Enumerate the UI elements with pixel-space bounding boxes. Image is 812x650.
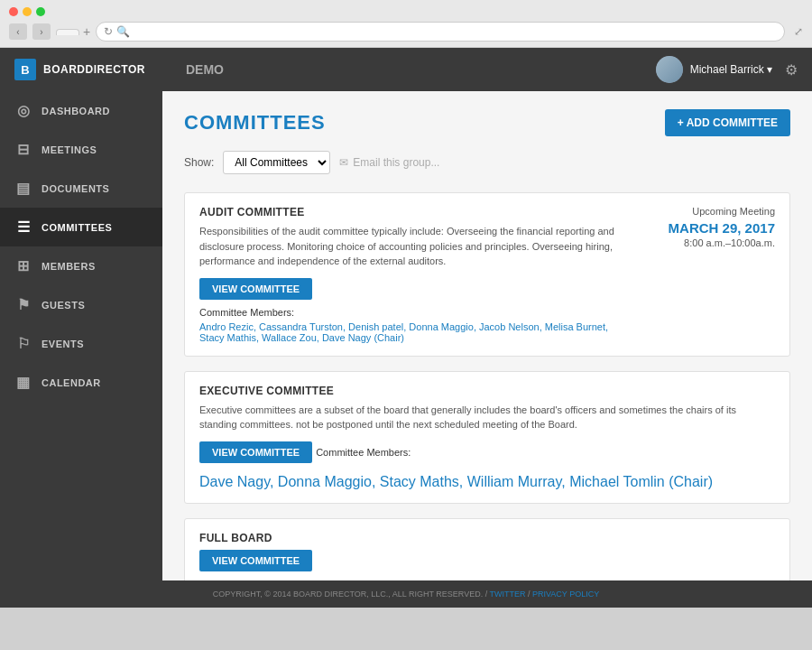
fullboard-name: FULL BOARD <box>199 532 775 544</box>
upcoming-date: MARCH 29, 2017 <box>640 220 775 236</box>
main-area: ◎ DASHBOARD ⊟ MEETINGS ▤ DOCUMENTS ☰ COM… <box>0 91 812 580</box>
meetings-icon: ⊟ <box>14 141 32 158</box>
expand-icon[interactable]: ⤢ <box>794 25 803 38</box>
footer-text: COPYRIGHT, © 2014 BOARD DIRECTOR, LLC., … <box>213 590 487 599</box>
user-name[interactable]: Michael Barrick ▾ <box>690 63 772 76</box>
calendar-icon: ▦ <box>14 374 32 391</box>
committee-fullboard: FULL BOARD VIEW COMMITTEE Committee Memb… <box>184 518 790 581</box>
members-icon: ⊞ <box>14 257 32 274</box>
sidebar-label-guests: GUESTS <box>42 300 85 311</box>
sidebar-label-members: MEMBERS <box>42 261 96 272</box>
sidebar-label-events: EVENTS <box>42 339 84 349</box>
twitter-link[interactable]: TWITTER <box>490 590 526 599</box>
audit-members: Andro Rezic, Cassandra Turston, Denish p… <box>199 321 622 343</box>
sidebar-label-documents: DOCUMENTS <box>42 183 109 194</box>
browser-tab[interactable] <box>56 29 79 35</box>
sidebar-item-documents[interactable]: ▤ DOCUMENTS <box>0 169 162 208</box>
minimize-dot[interactable] <box>23 7 32 16</box>
audit-desc: Responsibilities of the audit committee … <box>199 224 622 269</box>
footer: COPYRIGHT, © 2014 BOARD DIRECTOR, LLC., … <box>0 580 812 608</box>
add-tab-button[interactable]: + <box>83 24 90 39</box>
content-area: COMMITTEES + ADD COMMITTEE Show: All Com… <box>162 91 812 580</box>
brand-name: BOARDDIRECTOR <box>43 63 145 76</box>
audit-name: AUDIT COMMITTEE <box>199 206 622 218</box>
forward-button[interactable]: › <box>32 23 51 40</box>
address-bar[interactable]: ↻ 🔍 <box>96 22 785 42</box>
executive-name: EXECUTIVE COMMITTEE <box>199 385 775 397</box>
committees-icon: ☰ <box>14 218 32 236</box>
audit-view-button[interactable]: VIEW COMMITTEE <box>199 278 312 300</box>
sidebar-item-committees[interactable]: ☰ COMMITTEES <box>0 208 162 246</box>
gear-icon[interactable]: ⚙ <box>785 61 798 79</box>
sidebar-label-meetings: MEETINGS <box>42 144 97 155</box>
reload-icon[interactable]: ↻ <box>104 25 113 38</box>
demo-label: DEMO <box>177 62 656 77</box>
privacy-link[interactable]: PRIVACY POLICY <box>532 590 599 599</box>
email-group-button[interactable]: ✉ Email this group... <box>339 156 439 169</box>
executive-members-row: VIEW COMMITTEE Committee Members: Dave N… <box>199 441 775 490</box>
upcoming-label: Upcoming Meeting <box>640 206 775 217</box>
page-title: COMMITTEES <box>184 111 326 135</box>
user-area: Michael Barrick ▾ ⚙ <box>656 56 798 83</box>
audit-member-links[interactable]: Andro Rezic, Cassandra Turston, Denish p… <box>199 321 608 343</box>
audit-upcoming: Upcoming Meeting MARCH 29, 2017 8:00 a.m… <box>640 206 775 343</box>
brand-area: B BOARDDIRECTOR <box>14 59 177 80</box>
sidebar-label-dashboard: DASHBOARD <box>42 106 110 116</box>
sidebar-item-members[interactable]: ⊞ MEMBERS <box>0 246 162 285</box>
brand-icon: B <box>14 59 36 80</box>
audit-members-label: Committee Members: <box>199 307 622 318</box>
executive-desc: Executive committees are a subset of the… <box>199 403 775 432</box>
sidebar-item-events[interactable]: ⚐ EVENTS <box>0 324 162 363</box>
documents-icon: ▤ <box>14 180 32 197</box>
sidebar-label-calendar: CALENDAR <box>42 377 101 388</box>
guests-icon: ⚑ <box>14 296 32 313</box>
sidebar-item-meetings[interactable]: ⊟ MEETINGS <box>0 130 162 169</box>
sidebar-item-calendar[interactable]: ▦ CALENDAR <box>0 363 162 402</box>
executive-view-button[interactable]: VIEW COMMITTEE <box>199 441 312 463</box>
committee-executive: EXECUTIVE COMMITTEE Executive committees… <box>184 371 790 504</box>
executive-members-label: Committee Members: <box>316 447 411 458</box>
sidebar-item-guests[interactable]: ⚑ GUESTS <box>0 285 162 324</box>
events-icon: ⚐ <box>14 335 32 352</box>
filter-bar: Show: All Committees ✉ Email this group.… <box>184 151 790 174</box>
upcoming-time: 8:00 a.m.–10:00a.m. <box>640 237 775 248</box>
executive-member-links[interactable]: Dave Nagy, Donna Maggio, Stacy Maths, Wi… <box>199 474 713 490</box>
show-label: Show: <box>184 156 214 169</box>
avatar <box>656 56 683 83</box>
add-committee-button[interactable]: + ADD COMMITTEE <box>665 109 790 136</box>
close-dot[interactable] <box>9 7 18 16</box>
top-nav: B BOARDDIRECTOR DEMO Michael Barrick ▾ ⚙ <box>0 48 812 91</box>
sidebar-label-committees: COMMITTEES <box>42 222 112 233</box>
sidebar-item-dashboard[interactable]: ◎ DASHBOARD <box>0 91 162 130</box>
email-placeholder: Email this group... <box>353 156 439 169</box>
dashboard-icon: ◎ <box>14 102 32 119</box>
email-icon: ✉ <box>339 156 348 169</box>
back-button[interactable]: ‹ <box>9 23 27 40</box>
avatar-image <box>656 56 683 83</box>
sidebar: ◎ DASHBOARD ⊟ MEETINGS ▤ DOCUMENTS ☰ COM… <box>0 91 162 580</box>
fullboard-view-button[interactable]: VIEW COMMITTEE <box>199 550 312 571</box>
maximize-dot[interactable] <box>36 7 45 16</box>
committee-audit: AUDIT COMMITTEE Responsibilities of the … <box>184 192 790 357</box>
page-header: COMMITTEES + ADD COMMITTEE <box>184 109 790 136</box>
search-icon: 🔍 <box>116 25 130 38</box>
committee-filter-select[interactable]: All Committees <box>223 151 330 174</box>
